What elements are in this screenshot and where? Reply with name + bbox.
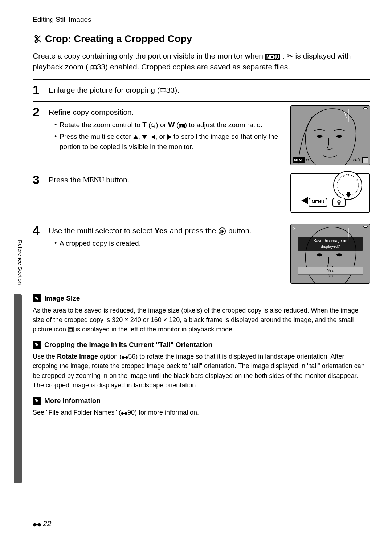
svg-rect-28: [122, 413, 126, 414]
svg-point-18: [317, 253, 322, 256]
svg-rect-4: [182, 125, 184, 126]
step-2: 2 Refine copy composition. Rotate the zo…: [33, 101, 370, 169]
list-item: Rotate the zoom control to T () or W () …: [54, 120, 285, 130]
arrow-pointer-icon: [301, 197, 308, 204]
list-item: A cropped copy is created.: [54, 238, 285, 249]
dial-illustration: [333, 171, 362, 200]
menu-button-illustration: MENU: [309, 198, 327, 207]
step-number: 4: [33, 224, 43, 284]
link-icon: [33, 518, 41, 529]
right-arrow-icon: [167, 134, 172, 140]
step-4-title: Use the multi selector to select Yes and…: [49, 225, 285, 236]
note-title-text: More Information: [44, 396, 101, 406]
face-illustration: [291, 106, 370, 165]
note-icon: ✎: [33, 294, 41, 302]
book-icon: [90, 65, 97, 70]
intro-paragraph: Create a copy containing only the portio…: [33, 51, 370, 73]
page-number: 22: [33, 518, 51, 529]
side-tab-bar: [14, 294, 22, 483]
zoom-nav-icon: [362, 157, 368, 163]
step-number: 3: [33, 173, 43, 216]
note-title-text: Image Size: [44, 293, 80, 303]
svg-line-14: [343, 175, 344, 177]
svg-point-7: [317, 135, 322, 138]
step-1: 1 Enlarge the picture for cropping (33).: [33, 79, 370, 101]
zoom-factor-label: ×4.0: [352, 158, 360, 163]
step-3-title: Press the MENU button.: [49, 174, 285, 185]
step-4: 4 Use the multi selector to select Yes a…: [33, 220, 370, 287]
trash-button-illustration: [332, 198, 346, 207]
svg-rect-31: [34, 524, 39, 525]
note-icon: ✎: [33, 341, 41, 349]
step-number: 2: [33, 105, 43, 165]
thumbnail-icon: [179, 121, 185, 129]
svg-line-13: [356, 179, 358, 180]
svg-rect-2: [179, 125, 184, 128]
step-number: 1: [33, 83, 43, 98]
step-1-title: Enlarge the picture for cropping (33).: [49, 85, 370, 96]
menu-overlay-label: MENU: [293, 157, 305, 163]
note-title-text: Cropping the Image in Its Current "Tall"…: [44, 340, 212, 350]
svg-rect-6: [182, 126, 184, 127]
camera-back-illustration: MENU: [290, 173, 370, 213]
step-4-bullets: A cropped copy is created.: [49, 238, 285, 249]
note-more-info: ✎ More Information See "File and Folder …: [33, 396, 370, 418]
note-body: See "File and Folder Names" (90) for mor…: [33, 408, 370, 417]
note-icon: ✎: [33, 397, 41, 405]
svg-line-15: [339, 179, 340, 180]
note-tall-orientation: ✎ Cropping the Image in Its Current "Tal…: [33, 340, 370, 390]
svg-point-19: [336, 253, 342, 256]
step-2-bullets: Rotate the zoom control to T () or W () …: [49, 120, 285, 152]
magnify-icon: [151, 121, 156, 129]
down-arrow-icon: [142, 135, 147, 139]
ok-button-icon: OK: [218, 227, 226, 235]
scissors-icon: ✂: [287, 52, 293, 60]
svg-rect-5: [180, 126, 181, 127]
svg-point-0: [151, 124, 154, 127]
svg-line-1: [154, 127, 155, 128]
scissors-icon: [33, 34, 42, 44]
step-3: 3 Press the MENU button. MENU: [33, 169, 370, 220]
link-icon: [121, 409, 127, 416]
note-body: Use the Rotate image option (56) to rota…: [33, 352, 370, 390]
svg-rect-22: [69, 328, 73, 331]
page-title: Crop: Creating a Cropped Copy: [33, 32, 370, 46]
scissors-overlay-icon: ✂: [293, 226, 297, 232]
step-2-title: Refine copy composition.: [49, 107, 285, 118]
link-icon: [122, 353, 128, 360]
scissors-overlay-icon: :✂: [305, 157, 309, 163]
svg-text:OK: OK: [220, 230, 224, 233]
note-image-size: ✎ Image Size As the area to be saved is …: [33, 293, 370, 334]
svg-rect-25: [123, 357, 127, 358]
page-title-text: Crop: Creating a Cropped Copy: [45, 32, 192, 46]
svg-line-12: [353, 175, 354, 177]
menu-button-icon: MENU: [265, 54, 280, 60]
note-body: As the area to be saved is reduced, the …: [33, 306, 370, 334]
svg-line-10: [345, 112, 347, 118]
small-picture-icon: [68, 327, 74, 332]
dialog-option-no: No: [298, 273, 363, 280]
side-tab-label: Reference Section: [16, 240, 24, 285]
list-item: Press the multi selector , , , or to scr…: [54, 132, 285, 152]
dialog-message: Save this image as displayed?: [298, 237, 363, 251]
lcd-dialog-illustration: ✂ Save this image as displayed? Yes No: [290, 224, 370, 284]
section-header: Editing Still Images: [33, 15, 370, 25]
book-icon: [160, 88, 166, 93]
left-arrow-icon: [151, 134, 155, 140]
svg-rect-3: [180, 125, 181, 126]
up-arrow-icon: [133, 135, 138, 139]
svg-point-8: [336, 135, 342, 138]
lcd-screen-illustration: MENU :✂ ×4.0: [290, 105, 370, 165]
